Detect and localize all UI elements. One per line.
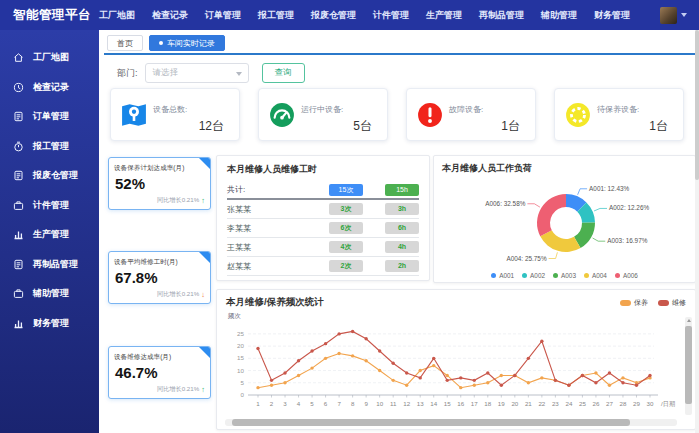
data-point[interactable]	[500, 384, 503, 387]
data-point[interactable]	[310, 349, 313, 352]
data-point[interactable]	[432, 364, 435, 367]
sidebar-item-piecework[interactable]: 计件管理	[0, 191, 99, 221]
query-button[interactable]: 查询	[262, 63, 305, 83]
data-point[interactable]	[648, 374, 651, 377]
data-point[interactable]	[486, 371, 489, 374]
horizontal-scrollbar[interactable]	[225, 419, 677, 426]
data-point[interactable]	[540, 376, 543, 379]
data-point[interactable]	[486, 381, 489, 384]
sidebar-item-scrap-warehouse[interactable]: 报废仓管理	[0, 161, 99, 191]
data-point[interactable]	[351, 330, 354, 333]
data-point[interactable]	[283, 381, 286, 384]
data-point[interactable]	[459, 386, 462, 389]
topnav-item-orders[interactable]: 订单管理	[205, 9, 241, 22]
sidebar-item-inspection[interactable]: 检查记录	[0, 73, 99, 103]
topnav-item-finance[interactable]: 财务管理	[594, 9, 630, 22]
data-point[interactable]	[500, 374, 503, 377]
page-scrollbar[interactable]	[695, 30, 699, 433]
sidebar-item-remanufacture[interactable]: 再制品管理	[0, 250, 99, 280]
data-point[interactable]	[540, 340, 543, 343]
legend-item[interactable]: A004	[584, 272, 607, 279]
data-point[interactable]	[554, 379, 557, 382]
user-menu[interactable]	[660, 7, 699, 24]
data-point[interactable]	[337, 332, 340, 335]
topnav-item-remanufacture[interactable]: 再制品管理	[479, 9, 524, 22]
data-point[interactable]	[527, 381, 530, 384]
sidebar-item-factory-map[interactable]: 工厂地图	[0, 43, 99, 73]
data-point[interactable]	[513, 374, 516, 377]
data-point[interactable]	[459, 376, 462, 379]
data-point[interactable]	[324, 357, 327, 360]
topnav-item-inspection[interactable]: 检查记录	[152, 9, 188, 22]
trend-text: 同比增长0.21%	[157, 290, 199, 299]
avatar[interactable]	[660, 7, 677, 24]
data-point[interactable]	[405, 384, 408, 387]
department-select[interactable]: 请选择	[145, 63, 249, 83]
data-point[interactable]	[419, 376, 422, 379]
data-point[interactable]	[283, 371, 286, 374]
data-point[interactable]	[256, 347, 259, 350]
legend-marker	[522, 273, 527, 278]
donut-slice[interactable]	[537, 194, 566, 236]
data-point[interactable]	[337, 352, 340, 355]
data-point[interactable]	[473, 379, 476, 382]
data-point[interactable]	[391, 362, 394, 365]
data-point[interactable]	[310, 366, 313, 369]
data-point[interactable]	[581, 374, 584, 377]
data-point[interactable]	[391, 379, 394, 382]
data-point[interactable]	[256, 386, 259, 389]
data-point[interactable]	[527, 357, 530, 360]
topnav-item-scrap-warehouse[interactable]: 报废仓管理	[311, 9, 356, 22]
scrollbar-thumb[interactable]	[232, 419, 630, 426]
scrollbar-thumb[interactable]	[685, 326, 692, 404]
data-point[interactable]	[378, 369, 381, 372]
legend-item[interactable]: A006	[615, 272, 638, 279]
legend-marker	[658, 300, 669, 306]
gauge-icon	[269, 102, 295, 128]
topnav-item-work-report[interactable]: 报工管理	[258, 9, 294, 22]
data-point[interactable]	[621, 381, 624, 384]
data-point[interactable]	[419, 369, 422, 372]
data-point[interactable]	[594, 381, 597, 384]
legend-item-repair[interactable]: 维修	[658, 298, 686, 308]
topnav-item-piecework[interactable]: 计件管理	[373, 9, 409, 22]
sidebar-item-finance[interactable]: 财务管理	[0, 309, 99, 339]
sidebar-item-label: 报工管理	[33, 140, 69, 153]
data-point[interactable]	[297, 374, 300, 377]
data-point[interactable]	[567, 384, 570, 387]
legend-item[interactable]: A002	[522, 272, 545, 279]
data-point[interactable]	[405, 371, 408, 374]
sidebar-item-work-report[interactable]: 报工管理	[0, 132, 99, 162]
data-point[interactable]	[594, 371, 597, 374]
tab-home[interactable]: 首页	[107, 35, 143, 51]
data-point[interactable]	[446, 379, 449, 382]
legend-item-maintenance[interactable]: 保养	[620, 298, 648, 308]
data-point[interactable]	[432, 357, 435, 360]
data-point[interactable]	[635, 384, 638, 387]
donut-slice[interactable]	[540, 230, 580, 252]
data-point[interactable]	[473, 384, 476, 387]
data-point[interactable]	[378, 349, 381, 352]
sidebar-item-production[interactable]: 生产管理	[0, 220, 99, 250]
data-point[interactable]	[364, 337, 367, 340]
scrollbar-thumb[interactable]	[695, 30, 699, 180]
vertical-scrollbar[interactable]	[685, 317, 692, 415]
topnav-item-auxiliary[interactable]: 辅助管理	[541, 9, 577, 22]
legend-item[interactable]: A003	[553, 272, 576, 279]
data-point[interactable]	[270, 384, 273, 387]
data-point[interactable]	[351, 354, 354, 357]
data-point[interactable]	[270, 379, 273, 382]
topnav-item-factory-map[interactable]: 工厂地图	[99, 9, 135, 22]
data-point[interactable]	[297, 359, 300, 362]
data-point[interactable]	[608, 384, 611, 387]
data-point[interactable]	[608, 371, 611, 374]
legend-item[interactable]: A001	[491, 272, 514, 279]
data-point[interactable]	[324, 342, 327, 345]
sidebar-item-auxiliary[interactable]: 辅助管理	[0, 279, 99, 309]
data-point[interactable]	[446, 374, 449, 377]
topnav-item-production[interactable]: 生产管理	[426, 9, 462, 22]
tab-workshop-realtime[interactable]: 车间实时记录	[149, 35, 225, 51]
data-point[interactable]	[364, 359, 367, 362]
sidebar-item-orders[interactable]: 订单管理	[0, 102, 99, 132]
data-point[interactable]	[621, 376, 624, 379]
